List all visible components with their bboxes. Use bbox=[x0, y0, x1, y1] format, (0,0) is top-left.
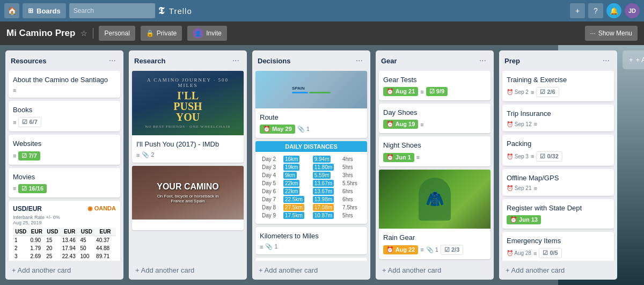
show-menu-label: Show Menu bbox=[598, 30, 632, 37]
list-icon: ≡ bbox=[260, 244, 263, 250]
clock-icon: ⏰ Sep 21 bbox=[507, 185, 531, 191]
card-your-camino[interactable]: YOUR CAMINO On Foot, bicycle or horsebac… bbox=[132, 166, 244, 230]
oanda-logo: ◉ OANDA bbox=[87, 205, 116, 212]
add-card-research[interactable]: + Add another card bbox=[132, 264, 244, 276]
column-title-research: Research bbox=[134, 57, 166, 65]
boards-button[interactable]: ⊞ Boards bbox=[23, 3, 66, 18]
column-menu-research[interactable]: ··· bbox=[230, 55, 241, 67]
date-badge: ⏰ Aug 21 bbox=[383, 87, 418, 96]
home-button[interactable]: 🏠 bbox=[4, 3, 19, 18]
list-icon: ≡ bbox=[420, 89, 423, 95]
card-emergency-items[interactable]: Emergency Items ⏰ Aug 28 ≡ ☑ 0/5 bbox=[502, 232, 614, 261]
column-footer-resources: + Add another card bbox=[5, 261, 123, 280]
column-title-decisions: Decisions bbox=[258, 57, 290, 65]
rain-gear-image: 🧥 bbox=[379, 170, 491, 229]
clip-icon: 📎 2 bbox=[142, 151, 154, 158]
currency-date: Aug 25, 2019 bbox=[13, 220, 116, 225]
nav-right: + ? 🔔 JD bbox=[570, 3, 640, 18]
card-rain-gear[interactable]: 🧥 Rain Gear ⏰ Aug 22 ≡ 📎 1 ☑ 2/3 bbox=[379, 170, 491, 259]
column-cards-gear: Gear Tests ⏰ Aug 21 ≡ ☑ 9/9 Day Shoes ⏰ … bbox=[376, 71, 494, 261]
clock-icon: ⏰ Aug 28 bbox=[507, 250, 531, 256]
card-list-icon: ≡ bbox=[13, 87, 16, 93]
card-state-dept[interactable]: Register with State Dept ⏰ Jun 13 bbox=[502, 199, 614, 229]
clip-icon: 📎 1 bbox=[426, 246, 438, 253]
card-list-icon: ≡ bbox=[13, 185, 16, 192]
plus-icon: + bbox=[629, 56, 633, 64]
column-footer-decisions: + Add another card bbox=[252, 261, 370, 280]
card-books[interactable]: Books ≡ ☑ 6/7 bbox=[9, 101, 120, 131]
column-cards-prep: Training & Exercise ⏰ Sep 2 ≡ ☑ 2/6 Trip… bbox=[499, 71, 617, 261]
add-card-label-prep: + Add another card bbox=[506, 266, 565, 274]
notifications-button[interactable]: 🔔 bbox=[606, 3, 621, 18]
column-resources: Resources ··· About the Camino de Santia… bbox=[5, 50, 123, 280]
checklist-badge: ☑ 0/5 bbox=[539, 248, 561, 258]
column-title-gear: Gear bbox=[381, 57, 397, 65]
card-km-to-miles[interactable]: Kilometers to Miles ≡ 📎 1 bbox=[255, 227, 367, 254]
private-button[interactable]: 🔒 Private bbox=[141, 26, 182, 41]
list-icon: ≡ bbox=[420, 246, 423, 253]
date-badge: ⏰ May 29 bbox=[260, 125, 295, 134]
card-night-shoes[interactable]: Night Shoes ⏰ Jun 1 ≡ bbox=[379, 136, 491, 166]
add-another-column[interactable]: + + Add another bbox=[623, 50, 644, 69]
clock-icon: ⏰ Sep 2 bbox=[507, 89, 529, 95]
camino-image: YOUR CAMINO On Foot, bicycle or horsebac… bbox=[132, 166, 244, 220]
add-card-label-decisions: + Add another card bbox=[259, 266, 318, 274]
list-icon: ≡ bbox=[531, 89, 534, 96]
star-button[interactable]: ☆ bbox=[80, 29, 87, 38]
add-card-resources[interactable]: + Add another card bbox=[9, 264, 120, 276]
card-push-you[interactable]: A CAMINO JOURNEY · 500 MILES I'LLPUSHYOU… bbox=[132, 71, 244, 163]
column-menu-decisions[interactable]: ··· bbox=[354, 55, 365, 67]
date-badge: ⏰ Aug 19 bbox=[383, 120, 418, 129]
column-cards-research: A CAMINO JOURNEY · 500 MILES I'LLPUSHYOU… bbox=[129, 71, 247, 261]
card-currency[interactable]: USD/EUR ◉ OANDA Interbank Rate +/- 0% Au… bbox=[9, 201, 120, 261]
column-menu-resources[interactable]: ··· bbox=[107, 55, 118, 67]
card-websites[interactable]: Websites ≡ ☑ 7/7 bbox=[9, 135, 120, 164]
column-header-decisions: Decisions ··· bbox=[252, 50, 370, 71]
invite-button[interactable]: 👤 Invite bbox=[187, 26, 227, 41]
card-training[interactable]: Training & Exercise ⏰ Sep 2 ≡ ☑ 2/6 bbox=[502, 71, 614, 101]
top-navigation: 🏠 ⊞ Boards 𝕿 Trello + ? 🔔 JD bbox=[0, 0, 644, 21]
date-badge-orange: ⏰ Aug 22 bbox=[383, 245, 418, 254]
personal-button[interactable]: Personal bbox=[99, 26, 135, 41]
trello-logo-text: 𝕿 Trello bbox=[158, 5, 192, 17]
column-title-prep: Prep bbox=[504, 57, 520, 65]
add-card-gear[interactable]: + Add another card bbox=[379, 264, 491, 276]
list-icon: ≡ bbox=[533, 121, 537, 127]
list-icon: ≡ bbox=[136, 152, 140, 158]
column-menu-gear[interactable]: ··· bbox=[477, 55, 488, 67]
card-offline-map[interactable]: Offline Map/GPS ⏰ Sep 21 ≡ bbox=[502, 169, 614, 196]
currency-table: USDEURUSDEURUSDEUR 10.901513.464540.37 2… bbox=[13, 228, 116, 261]
invite-label: Invite bbox=[206, 30, 222, 37]
add-card-decisions[interactable]: + Add another card bbox=[255, 264, 367, 276]
column-menu-prep[interactable]: ··· bbox=[601, 55, 612, 67]
list-icon: ≡ bbox=[533, 250, 537, 257]
add-card-label: + Add another card bbox=[12, 266, 71, 274]
boards-label: Boards bbox=[36, 7, 61, 15]
info-button[interactable]: ? bbox=[588, 3, 603, 18]
add-column-button[interactable]: + + Add another bbox=[623, 50, 644, 69]
column-header-prep: Prep ··· bbox=[499, 50, 617, 71]
add-button[interactable]: + bbox=[570, 3, 585, 18]
card-about-camino[interactable]: About the Camino de Santiago ≡ bbox=[9, 71, 120, 98]
card-distances[interactable]: DAILY DISTANCES Day 2 16km 9.94m 4hrs Da… bbox=[255, 141, 367, 224]
currency-title: USD/EUR bbox=[13, 205, 42, 213]
map-image: SPAIN bbox=[255, 71, 367, 108]
card-list-icon: ≡ bbox=[13, 119, 16, 126]
card-trip-insurance[interactable]: Trip Insurance ⏰ Sep 12 ≡ bbox=[502, 105, 614, 131]
card-gear-tests[interactable]: Gear Tests ⏰ Aug 21 ≡ ☑ 9/9 bbox=[379, 71, 491, 100]
search-input[interactable] bbox=[69, 3, 155, 18]
card-list-icon: ≡ bbox=[13, 152, 16, 159]
list-icon: ≡ bbox=[420, 121, 423, 128]
card-packing[interactable]: Packing ⏰ Sep 3 ≡ ☑ 0/32 bbox=[502, 135, 614, 165]
card-movies[interactable]: Movies ≡ ☑ 16/16 bbox=[9, 168, 120, 198]
add-card-label-research: + Add another card bbox=[135, 266, 194, 274]
list-icon: ≡ bbox=[531, 153, 534, 159]
show-menu-button[interactable]: ··· Show Menu bbox=[585, 26, 638, 41]
clock-icon: ⏰ Sep 3 bbox=[507, 154, 529, 159]
card-day-shoes[interactable]: Day Shoes ⏰ Aug 19 ≡ bbox=[379, 104, 491, 133]
card-route[interactable]: SPAIN Route ⏰ May 29 📎 1 bbox=[255, 71, 367, 138]
board-header: Mi Camino Prep ☆ Personal 🔒 Private 👤 In… bbox=[0, 21, 644, 45]
distances-table: Day 2 16km 9.94m 4hrs Day 3 19km 11.80m … bbox=[260, 155, 363, 220]
avatar[interactable]: JD bbox=[625, 3, 640, 18]
add-card-prep[interactable]: + Add another card bbox=[502, 264, 614, 276]
